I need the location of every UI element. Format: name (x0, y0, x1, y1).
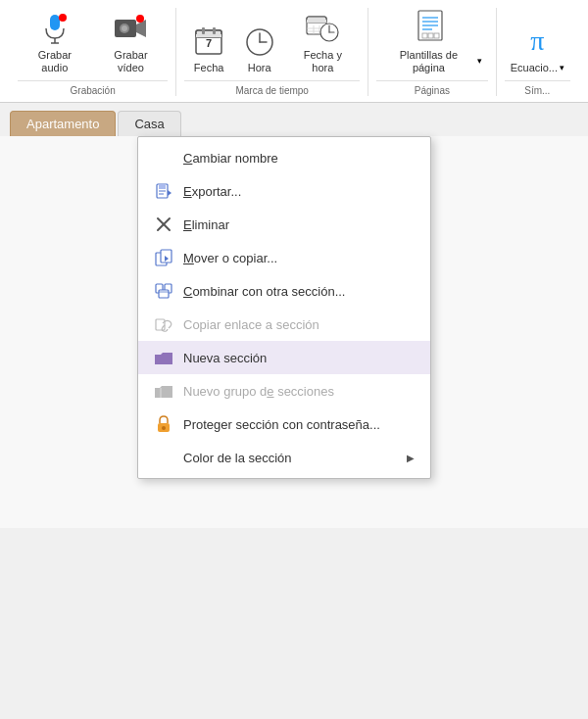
grabacion-group-label: Grabación (18, 80, 168, 96)
proteger-text: Proteger sección con contraseña... (183, 417, 415, 432)
ribbon-item-grabar-video[interactable]: Grabar vídeo (94, 8, 169, 76)
svg-rect-37 (159, 184, 166, 189)
grabar-audio-label: Grabar audio (24, 49, 86, 74)
context-menu: Cambiar nombre (137, 136, 431, 479)
copy-link-icon (154, 314, 173, 334)
new-section-icon (154, 348, 173, 367)
plantillas-label: Plantillas de página (382, 49, 475, 74)
ribbon-group-grabacion: Grabar audio (10, 8, 176, 96)
move-copy-icon (154, 248, 173, 267)
svg-text:7: 7 (206, 37, 212, 49)
ribbon-item-grabar-audio[interactable]: Grabar audio (18, 8, 92, 76)
ribbon-item-fecha-hora[interactable]: Fecha y hora (286, 8, 361, 76)
eliminar-text: Eliminar (183, 217, 415, 232)
combine-icon (154, 281, 173, 301)
simbolos-group-label: Sím... (505, 80, 570, 96)
color-icon (154, 448, 173, 467)
menu-item-cambiar-nombre[interactable]: Cambiar nombre (138, 141, 430, 174)
menu-item-nuevo-grupo[interactable]: Nuevo grupo de secciones (138, 374, 430, 407)
color-text: Color de la sección (183, 451, 397, 465)
app-window: Grabar audio (0, 0, 588, 651)
menu-item-mover-copiar[interactable]: Mover o copiar... (138, 241, 430, 274)
plantillas-dropdown-arrow: ▾ (477, 56, 482, 66)
ecuaciones-dropdown-arrow: ▾ (560, 63, 564, 72)
cam-icon (112, 10, 149, 47)
menu-item-proteger[interactable]: Proteger sección con contraseña... (138, 407, 430, 441)
svg-rect-13 (202, 27, 205, 34)
svg-rect-48 (159, 290, 169, 298)
svg-point-8 (122, 25, 127, 31)
cambiar-nombre-icon (154, 148, 173, 168)
menu-item-copiar-enlace[interactable]: Copiar enlace a sección (138, 308, 430, 341)
new-group-icon (154, 381, 173, 401)
nuevo-grupo-text: Nuevo grupo de secciones (183, 384, 415, 399)
ribbon-item-ecuaciones[interactable]: π Ecuacio... ▾ (505, 21, 570, 76)
ribbon: Grabar audio (0, 0, 588, 103)
svg-marker-40 (168, 190, 172, 196)
svg-point-3 (59, 14, 67, 22)
content-area: Apartamento Casa Cambiar nombre (0, 103, 588, 651)
ribbon-item-fecha[interactable]: 7 Fecha (184, 21, 233, 76)
context-menu-wrapper: Cambiar nombre (0, 136, 588, 528)
ribbon-group-paginas: Plantillas de página ▾ Páginas (368, 8, 497, 96)
svg-rect-50 (156, 319, 165, 330)
menu-item-nueva-seccion[interactable]: Nueva sección (138, 341, 430, 374)
ribbon-item-plantillas[interactable]: Plantillas de página ▾ (376, 8, 488, 76)
svg-rect-0 (50, 15, 60, 30)
cambiar-nombre-text: Cambiar nombre (183, 151, 415, 166)
ecuaciones-label: Ecuacio... (511, 62, 558, 74)
nueva-seccion-text: Nueva sección (183, 351, 415, 365)
page-template-icon (414, 10, 451, 47)
hora-label: Hora (248, 62, 271, 74)
fecha-hora-label: Fecha y hora (292, 49, 355, 74)
marca-tiempo-group-label: Marca de tiempo (184, 80, 360, 96)
paginas-group-label: Páginas (376, 80, 488, 96)
menu-item-color[interactable]: Color de la sección ▶ (138, 441, 430, 474)
mover-copiar-text: Mover o copiar... (183, 251, 415, 265)
calendar-clock-icon (304, 10, 341, 47)
export-icon (154, 181, 173, 201)
pi-icon: π (518, 23, 556, 60)
exportar-text: Exportar... (183, 184, 415, 199)
svg-point-53 (162, 426, 166, 430)
tab-apartamento[interactable]: Apartamento (10, 111, 116, 136)
combinar-text: Combinar con otra sección... (183, 284, 415, 299)
x-icon (154, 215, 173, 234)
copiar-enlace-text: Copiar enlace a sección (183, 317, 415, 332)
tab-casa[interactable]: Casa (118, 111, 180, 136)
menu-item-eliminar[interactable]: Eliminar (138, 208, 430, 241)
fecha-label: Fecha (194, 62, 224, 74)
menu-item-exportar[interactable]: Exportar... (138, 174, 430, 208)
ribbon-group-marca-tiempo: 7 Fecha (176, 8, 368, 96)
tabs-bar: Apartamento Casa (0, 103, 588, 136)
clock-icon (241, 23, 278, 60)
color-submenu-arrow: ▶ (407, 453, 415, 463)
grabar-video-label: Grabar vídeo (100, 49, 163, 74)
lock-icon (154, 414, 173, 434)
svg-point-6 (136, 15, 144, 23)
calendar-icon: 7 (190, 23, 227, 60)
svg-rect-20 (307, 20, 326, 23)
svg-rect-14 (213, 27, 216, 34)
svg-rect-44 (161, 250, 172, 263)
mic-icon (36, 10, 74, 47)
ribbon-group-simbolos: π Ecuacio... ▾ Sím... (497, 21, 578, 96)
ribbon-item-hora[interactable]: Hora (235, 21, 284, 76)
menu-item-combinar[interactable]: Combinar con otra sección... (138, 274, 430, 308)
